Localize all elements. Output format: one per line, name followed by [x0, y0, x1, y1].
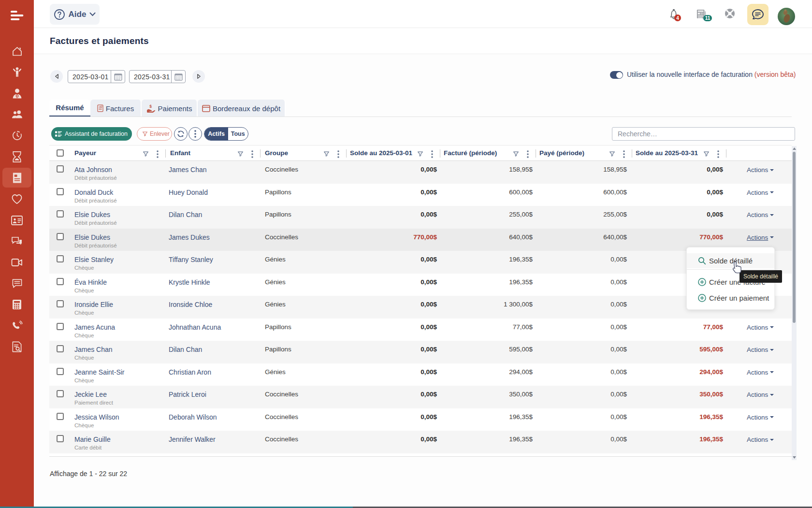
svg-text:$: $	[149, 104, 152, 109]
